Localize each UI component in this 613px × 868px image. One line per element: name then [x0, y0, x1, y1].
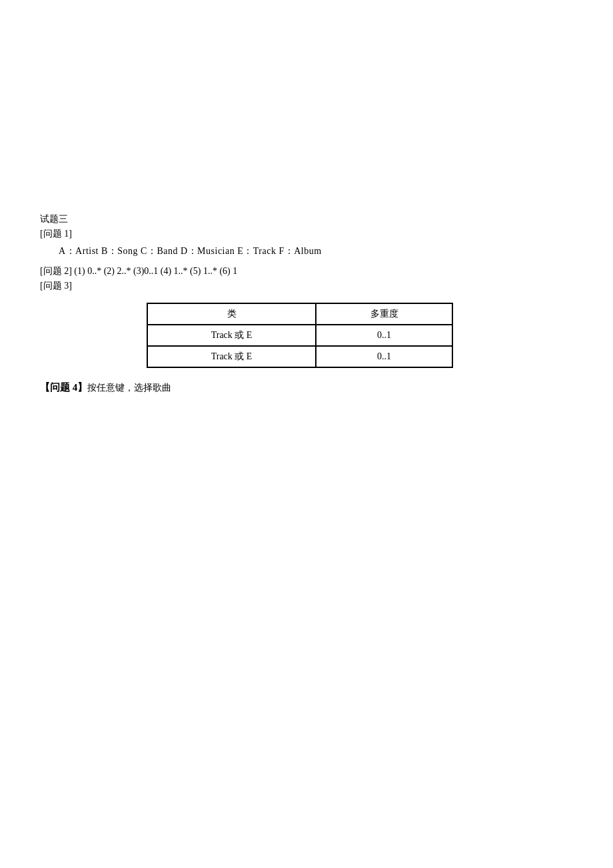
table-cell-multiplicity-1: 0..1	[316, 325, 452, 346]
cell-multiplicity-1-text: 0..1	[377, 330, 391, 340]
options-text: A：Artist B：Song C：Band D：Musician E：Trac…	[59, 246, 322, 256]
question2-label: [问题 2] (1) 0..* (2) 2..* (3)0..1 (4) 1..…	[40, 265, 573, 277]
table-header-multiplicity: 多重度	[316, 303, 452, 325]
q4-rest-text: 按任意键，选择歌曲	[87, 383, 171, 393]
table-row: Track 或 E 0..1	[147, 325, 452, 346]
options-line: A：Artist B：Song C：Band D：Musician E：Trac…	[40, 245, 573, 257]
table-cell-class-2: Track 或 E	[147, 346, 316, 367]
header-class-text: 类	[227, 309, 237, 319]
content-area: 试题三 [问题 1] A：Artist B：Song C：Band D：Musi…	[40, 213, 573, 394]
multiplicity-table: 类 多重度 Track 或 E 0..1	[147, 303, 453, 368]
cell-class-1-text: Track 或 E	[211, 330, 253, 340]
table-header-class: 类	[147, 303, 316, 325]
q3-label-text: [问题 3]	[40, 281, 72, 291]
table-cell-multiplicity-2: 0..1	[316, 346, 452, 367]
title-text: 试题三	[40, 214, 68, 224]
q1-label-text: [问题 1]	[40, 229, 72, 239]
table-row: Track 或 E 0..1	[147, 346, 452, 367]
table-container: 类 多重度 Track 或 E 0..1	[147, 303, 573, 368]
table-cell-class-1: Track 或 E	[147, 325, 316, 346]
exam-title: 试题三	[40, 213, 573, 225]
question4-label: 【问题 4】按任意键，选择歌曲	[40, 381, 573, 394]
question1-label: [问题 1]	[40, 228, 573, 240]
question3-label: [问题 3]	[40, 280, 573, 292]
q2-label-text: [问题 2] (1) 0..* (2) 2..* (3)0..1 (4) 1..…	[40, 266, 237, 276]
cell-class-2-text: Track 或 E	[211, 351, 253, 361]
q4-bold-text: 【问题 4】	[40, 382, 87, 393]
cell-multiplicity-2-text: 0..1	[377, 351, 391, 361]
header-multiplicity-text: 多重度	[370, 309, 398, 319]
